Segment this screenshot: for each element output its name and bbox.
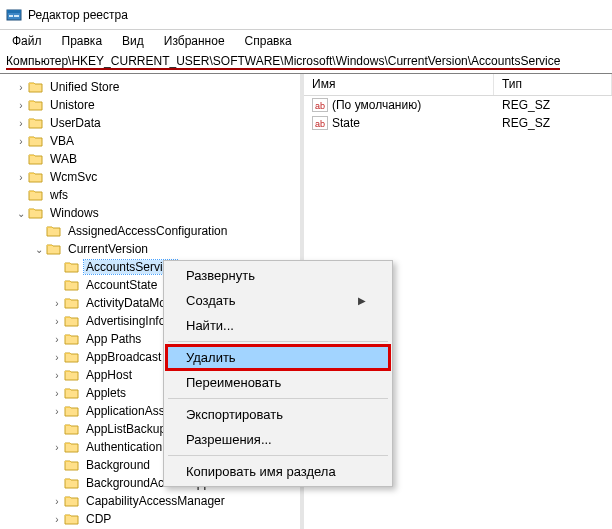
- ctx-expand[interactable]: Развернуть: [166, 263, 390, 288]
- svg-text:ab: ab: [315, 119, 325, 129]
- chevron-right-icon[interactable]: ›: [50, 298, 64, 309]
- tree-row[interactable]: ›WcmSvc: [0, 168, 300, 186]
- tree-label: AccountState: [84, 278, 159, 292]
- folder-icon: [28, 188, 44, 202]
- tree-row[interactable]: ›Unified Store: [0, 78, 300, 96]
- folder-icon: [64, 458, 80, 472]
- folder-icon: [64, 422, 80, 436]
- path-bar[interactable]: Компьютер\HKEY_CURRENT_USER\SOFTWARE\Mic…: [0, 52, 612, 74]
- chevron-right-icon[interactable]: ›: [50, 370, 64, 381]
- value-type: REG_SZ: [494, 98, 612, 112]
- ctx-export[interactable]: Экспортировать: [166, 402, 390, 427]
- folder-icon: [28, 152, 44, 166]
- ctx-rename[interactable]: Переименовать: [166, 370, 390, 395]
- tree-row[interactable]: ›Unistore: [0, 96, 300, 114]
- tree-row[interactable]: WAB: [0, 150, 300, 168]
- folder-icon: [64, 512, 80, 526]
- chevron-right-icon[interactable]: ›: [50, 352, 64, 363]
- chevron-right-icon[interactable]: ›: [50, 514, 64, 525]
- menu-bar: Файл Правка Вид Избранное Справка: [0, 30, 612, 52]
- menu-help[interactable]: Справка: [237, 32, 300, 50]
- ctx-permissions[interactable]: Разрешения...: [166, 427, 390, 452]
- ctx-separator: [168, 341, 388, 342]
- col-header-name[interactable]: Имя: [304, 74, 494, 95]
- chevron-right-icon[interactable]: ›: [50, 334, 64, 345]
- tree-label: VBA: [48, 134, 76, 148]
- tree-label: Unified Store: [48, 80, 121, 94]
- tree-row[interactable]: wfs: [0, 186, 300, 204]
- menu-edit[interactable]: Правка: [54, 32, 111, 50]
- folder-icon: [64, 278, 80, 292]
- value-name: (По умолчанию): [332, 98, 421, 112]
- value-name: State: [332, 116, 360, 130]
- chevron-right-icon[interactable]: ›: [50, 388, 64, 399]
- chevron-down-icon[interactable]: ⌄: [14, 208, 28, 219]
- menu-file[interactable]: Файл: [4, 32, 50, 50]
- tree-label: CurrentVersion: [66, 242, 150, 256]
- tree-label: Background: [84, 458, 152, 472]
- folder-icon: [64, 440, 80, 454]
- folder-icon: [64, 296, 80, 310]
- tree-row[interactable]: AssignedAccessConfiguration: [0, 222, 300, 240]
- context-menu: Развернуть Создать ▶ Найти... Удалить Пе…: [163, 260, 393, 487]
- tree-label: AppListBackup: [84, 422, 168, 436]
- chevron-right-icon[interactable]: ›: [14, 100, 28, 111]
- tree-row[interactable]: ⌄Windows: [0, 204, 300, 222]
- col-header-type[interactable]: Тип: [494, 74, 612, 95]
- ctx-separator: [168, 455, 388, 456]
- tree-label: Unistore: [48, 98, 97, 112]
- folder-icon: [28, 80, 44, 94]
- ctx-find-label: Найти...: [186, 318, 234, 333]
- folder-icon: [64, 368, 80, 382]
- chevron-right-icon[interactable]: ›: [14, 118, 28, 129]
- svg-rect-2: [9, 15, 13, 17]
- chevron-right-icon[interactable]: ›: [14, 136, 28, 147]
- tree-label: AssignedAccessConfiguration: [66, 224, 229, 238]
- folder-icon: [64, 476, 80, 490]
- tree-row[interactable]: ⌄CurrentVersion: [0, 240, 300, 258]
- folder-icon: [28, 206, 44, 220]
- tree-row[interactable]: ›VBA: [0, 132, 300, 150]
- menu-favorites[interactable]: Избранное: [156, 32, 233, 50]
- title-bar: Редактор реестра: [0, 0, 612, 30]
- tree-row[interactable]: ›UserData: [0, 114, 300, 132]
- ctx-find[interactable]: Найти...: [166, 313, 390, 338]
- ctx-create[interactable]: Создать ▶: [166, 288, 390, 313]
- chevron-right-icon[interactable]: ›: [50, 442, 64, 453]
- chevron-right-icon[interactable]: ›: [14, 82, 28, 93]
- chevron-right-icon[interactable]: ›: [50, 316, 64, 327]
- window-title: Редактор реестра: [28, 8, 128, 22]
- tree-label: UserData: [48, 116, 103, 130]
- path-text: Компьютер\HKEY_CURRENT_USER\SOFTWARE\Mic…: [6, 54, 560, 70]
- chevron-down-icon[interactable]: ⌄: [32, 244, 46, 255]
- chevron-right-icon[interactable]: ›: [50, 406, 64, 417]
- ctx-separator: [168, 398, 388, 399]
- tree-label: CDP: [84, 512, 113, 526]
- folder-icon: [28, 170, 44, 184]
- ctx-delete[interactable]: Удалить: [166, 345, 390, 370]
- chevron-right-icon[interactable]: ›: [14, 172, 28, 183]
- ctx-copy-name[interactable]: Копировать имя раздела: [166, 459, 390, 484]
- tree-label: Authentication: [84, 440, 164, 454]
- folder-icon: [64, 350, 80, 364]
- tree-label: Windows: [48, 206, 101, 220]
- folder-icon: [64, 494, 80, 508]
- tree-label: ApplicationAss: [84, 404, 167, 418]
- string-value-icon: ab: [312, 98, 328, 112]
- tree-row[interactable]: ›CapabilityAccessManager: [0, 492, 300, 510]
- tree-row[interactable]: ›CDP: [0, 510, 300, 528]
- chevron-right-icon[interactable]: ›: [50, 496, 64, 507]
- menu-view[interactable]: Вид: [114, 32, 152, 50]
- folder-icon: [64, 404, 80, 418]
- ctx-expand-label: Развернуть: [186, 268, 255, 283]
- folder-icon: [46, 242, 62, 256]
- tree-label: ActivityDataMo: [84, 296, 168, 310]
- tree-label: Applets: [84, 386, 128, 400]
- tree-label: AppBroadcast: [84, 350, 163, 364]
- tree-label: CapabilityAccessManager: [84, 494, 227, 508]
- list-row[interactable]: ab(По умолчанию)REG_SZ: [304, 96, 612, 114]
- list-row[interactable]: abStateREG_SZ: [304, 114, 612, 132]
- folder-icon: [64, 260, 80, 274]
- chevron-right-icon: ▶: [358, 295, 366, 306]
- string-value-icon: ab: [312, 116, 328, 130]
